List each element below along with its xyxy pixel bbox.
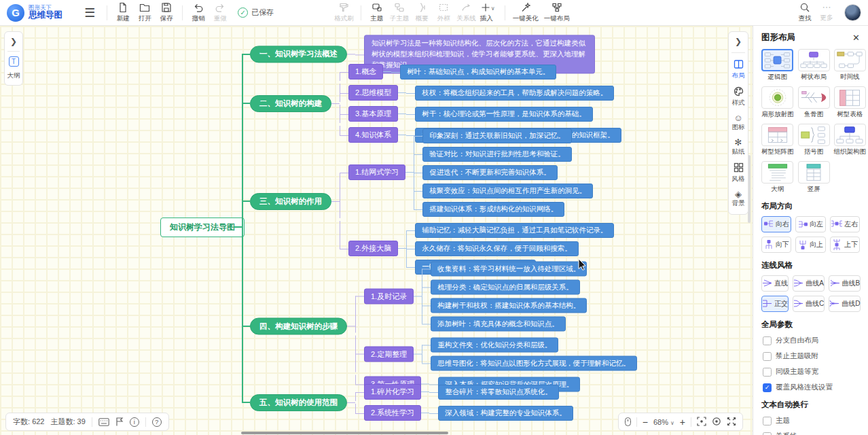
branch-topic-node[interactable]: 四、构建知识树的步骤	[250, 318, 347, 335]
keyboard-shortcuts-icon[interactable]	[98, 418, 109, 426]
topic-button[interactable]: 主题	[366, 2, 388, 23]
layout-option-vertical[interactable]: 竖屏	[798, 161, 830, 194]
direction-down-button[interactable]: 向下	[761, 237, 791, 253]
fullscreen-icon[interactable]	[727, 417, 736, 428]
sub-topic-node[interactable]: 1.结网式学习	[348, 164, 405, 180]
rail-item-stickers[interactable]: ✻ 贴纸	[732, 138, 745, 156]
sub-topic-node[interactable]: 1.概念	[348, 64, 383, 80]
leaf-topic-node[interactable]: 枝杈：将概念组织起来的工具，帮助形成解决问题的策略。	[415, 86, 614, 101]
expand-right-icon[interactable]: ❯	[10, 37, 17, 46]
checkbox[interactable]	[763, 352, 772, 361]
leaf-topic-node[interactable]: 辅助记忆：减轻大脑记忆负担，通过工具如笔记软件记录。	[415, 223, 614, 238]
checkbox[interactable]	[763, 432, 772, 435]
app-logo[interactable]: G 图形天下 思维导图	[7, 4, 83, 22]
checkbox-free-branch-layout[interactable]: 分支自由布局	[763, 336, 860, 345]
line-straight-button[interactable]: 直线	[761, 275, 789, 292]
mindmap-root-node[interactable]: 知识树学习法导图	[160, 218, 245, 237]
checkbox-wrap-relation-line[interactable]: 关系线	[763, 432, 860, 435]
layout-option-outline[interactable]: 大纲	[761, 161, 794, 194]
leaf-topic-node[interactable]: 整合碎片：将零散知识点系统化。	[438, 385, 559, 400]
sub-topic-node[interactable]: 2.系统性学习	[364, 405, 421, 421]
leaf-topic-node[interactable]: 树叶：基础知识点，构成知识树的基本单元。	[400, 65, 556, 80]
fit-screen-icon[interactable]	[697, 417, 706, 428]
direction-right-button[interactable]: 向右	[761, 216, 791, 232]
rail-item-style[interactable]: 样式	[732, 86, 745, 107]
direction-both-h-button[interactable]: 左右	[830, 216, 860, 232]
line-curve-c-button[interactable]: 曲线C	[793, 296, 825, 312]
layout-option-tree[interactable]: 树状布局	[798, 49, 830, 82]
open-button[interactable]: 打开	[134, 2, 156, 23]
zoom-level[interactable]: 68%	[653, 418, 668, 426]
rail-item-layout[interactable]: 布局	[732, 59, 745, 80]
checkbox[interactable]	[763, 368, 772, 377]
center-view-icon[interactable]	[712, 417, 721, 428]
redo-button[interactable]: 重做	[209, 2, 231, 23]
direction-up-button[interactable]: 向上	[795, 237, 825, 253]
leaf-topic-node[interactable]: 梳理分类：确定知识点的归属和层级关系。	[431, 279, 580, 294]
checkbox-equal-width-siblings[interactable]: 同级主题等宽	[763, 367, 860, 377]
branch-topic-node[interactable]: 五、知识树的使用范围	[250, 394, 347, 411]
layout-option-timeline[interactable]: 时间线	[834, 49, 867, 82]
leaf-topic-node[interactable]: 促进迭代：不断更新和完善知识体系。	[422, 165, 558, 180]
leaf-topic-node[interactable]: 树干：核心理论或第一性原理，是知识体系的基础。	[415, 107, 593, 122]
zoom-out-button[interactable]: −	[643, 417, 648, 428]
sub-topic-node[interactable]: 2.定期整理	[364, 346, 414, 362]
leaf-topic-node[interactable]: 收集资料：将学习材料统一放入待处理区域。	[431, 261, 587, 276]
checkbox-override-line-style[interactable]: 覆盖风格连线设置	[763, 383, 860, 392]
summary-button[interactable]: 概要	[411, 2, 433, 23]
help-icon[interactable]: ?	[152, 417, 162, 427]
outline-text-icon[interactable]: T	[9, 56, 19, 67]
leaf-topic-node[interactable]: 验证对比：对知识进行批判性思考和验证。	[422, 147, 572, 162]
layout-option-logic[interactable]: 逻辑图	[761, 49, 794, 82]
direction-both-v-button[interactable]: 上下	[830, 237, 860, 253]
zoom-in-button[interactable]: +	[680, 417, 685, 428]
subtopic-button[interactable]: 子主题	[388, 2, 412, 23]
user-avatar[interactable]	[844, 4, 861, 21]
branch-topic-node[interactable]: 三、知识树的作用	[250, 193, 331, 210]
leaf-topic-node[interactable]: 思维导图化：将知识点以图形化方式展现，便于理解和记忆。	[431, 355, 637, 370]
sub-topic-node[interactable]: 2.外接大脑	[348, 241, 398, 256]
checkbox-checked[interactable]	[763, 383, 772, 392]
checkbox-wrap-topic[interactable]: 主题	[763, 416, 860, 425]
close-icon[interactable]: ✕	[852, 33, 860, 43]
undo-button[interactable]: 撤销	[187, 2, 209, 23]
sub-topic-node[interactable]: 1.及时记录	[364, 288, 414, 304]
leaf-topic-node[interactable]: 深入领域：构建完整的专业知识体系。	[438, 406, 573, 421]
relation-line-button[interactable]: 关系线	[454, 2, 478, 23]
checkbox[interactable]	[763, 417, 772, 425]
sub-topic-node[interactable]: 3.基本原理	[348, 106, 398, 122]
search-button[interactable]: 查找	[794, 2, 816, 23]
sub-topic-node[interactable]: 2.思维模型	[348, 85, 398, 101]
branch-topic-node[interactable]: 一、知识树学习法概述	[250, 46, 347, 63]
layout-option-orgchart[interactable]: 组织架构图	[834, 124, 867, 156]
info-icon[interactable]: i	[130, 417, 139, 427]
chevron-down-icon[interactable]: ∨	[670, 420, 674, 426]
rail-item-theme-style[interactable]: 风格	[732, 162, 745, 184]
insert-button[interactable]: ∨ 插入	[478, 2, 500, 23]
checkbox-disable-topic-snap[interactable]: 禁止主题吸附	[763, 351, 860, 361]
line-orthogonal-button[interactable]: 正交	[761, 296, 789, 312]
layout-option-tree-matrix[interactable]: 树型矩阵图	[761, 124, 794, 156]
format-painter-button[interactable]: 格式刷	[332, 2, 356, 23]
leaf-topic-node[interactable]: 印象深刻：通过关联新旧知识，加深记忆。	[422, 128, 572, 143]
line-curve-d-button[interactable]: 曲线D	[829, 296, 861, 312]
leaf-topic-node[interactable]: 重构文件夹：优化知识分类和层级。	[431, 337, 558, 352]
horizontal-scrollbar[interactable]	[241, 432, 448, 434]
direction-left-button[interactable]: 向左	[795, 216, 825, 232]
layout-option-tree-table[interactable]: 树型表格	[834, 86, 867, 119]
menu-icon[interactable]: ☰	[84, 5, 95, 20]
rail-item-icons[interactable]: ☺ 图标	[732, 114, 745, 132]
checkbox[interactable]	[763, 336, 772, 345]
auto-layout-button[interactable]: 一键布局	[541, 2, 573, 23]
mouse-mode-icon[interactable]	[625, 417, 631, 426]
sub-topic-node[interactable]: 1.碎片化学习	[364, 384, 421, 400]
leaf-topic-node[interactable]: 搭建知识体系：形成结构化的知识网络。	[422, 202, 564, 217]
line-curve-b-button[interactable]: 曲线B	[829, 275, 861, 292]
leaf-topic-node[interactable]: 添加树叶：填充具体的概念和知识点。	[431, 316, 566, 331]
rail-item-background[interactable]: ◈ 背景	[732, 190, 745, 208]
save-button[interactable]: 保存	[156, 2, 177, 23]
flag-icon[interactable]	[115, 417, 124, 426]
branch-topic-node[interactable]: 二、知识树的构建	[250, 95, 331, 112]
layout-option-bracket[interactable]: 括号图	[798, 124, 830, 156]
new-button[interactable]: 新建	[112, 2, 134, 23]
